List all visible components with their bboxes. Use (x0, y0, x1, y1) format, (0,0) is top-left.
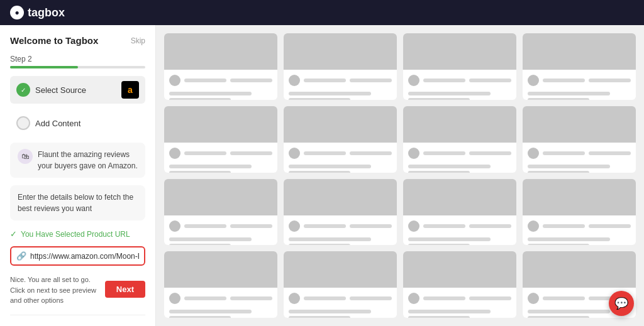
bottom-note: Nice. You are all set to go. Click on ne… (10, 274, 100, 306)
card-image (284, 33, 397, 70)
card-lines (169, 89, 272, 100)
content-card (164, 251, 277, 318)
card-line-3 (289, 171, 350, 173)
card-line-2 (408, 165, 491, 168)
chat-button[interactable]: 💬 (609, 291, 634, 316)
next-button[interactable]: Next (105, 281, 145, 298)
link-icon: 🔗 (16, 251, 26, 261)
card-avatar (169, 220, 180, 232)
step-add-content-label: Add Content (35, 119, 80, 128)
step-add-content[interactable]: Add Content (10, 111, 145, 135)
card-subtitle-line (350, 79, 392, 82)
card-lines (289, 89, 392, 100)
card-avatar (408, 293, 419, 304)
card-body (523, 143, 636, 173)
card-body (523, 215, 636, 246)
sidebar: Welcome to Tagbox Skip Step 2 ✓ Select S… (0, 25, 156, 326)
card-avatar (289, 293, 300, 304)
progress-bar-bg (10, 66, 145, 68)
card-avatar (528, 148, 539, 159)
card-title-line (543, 79, 585, 82)
card-avatar-row (289, 220, 392, 232)
card-avatar (169, 148, 180, 159)
card-subtitle-line (230, 296, 272, 300)
content-card (403, 106, 516, 173)
chat-icon: 💬 (614, 296, 628, 310)
skip-link[interactable]: Skip (131, 36, 145, 45)
top-navigation: ● tagbox (0, 0, 644, 25)
content-card (523, 33, 636, 100)
card-line-3 (169, 316, 231, 318)
card-line-3 (528, 171, 589, 173)
info-icon-1: 🛍 (18, 149, 33, 164)
card-title-line (304, 151, 346, 155)
card-title-line (423, 151, 465, 155)
card-title-line (543, 296, 585, 300)
card-avatar-row (289, 75, 392, 86)
step-circle-add-content (16, 116, 30, 130)
url-input[interactable] (30, 252, 139, 261)
card-image (523, 106, 636, 143)
card-title-line (423, 79, 465, 82)
card-line-2 (169, 310, 252, 313)
card-image (164, 179, 277, 215)
card-image (403, 179, 516, 215)
url-input-wrapper[interactable]: 🔗 (10, 246, 145, 266)
card-image (164, 106, 277, 143)
amazon-badge: a (121, 81, 139, 99)
card-body (284, 288, 397, 318)
card-avatar-row (408, 220, 511, 232)
card-line-2 (169, 237, 252, 241)
card-lines (169, 235, 272, 246)
progress-bar-fill (10, 66, 78, 68)
main-layout: Welcome to Tagbox Skip Step 2 ✓ Select S… (0, 25, 644, 326)
card-avatar (289, 220, 300, 232)
card-image (523, 33, 636, 70)
step-publish[interactable]: Publish (10, 324, 145, 327)
card-image (164, 33, 277, 70)
card-subtitle-line (469, 224, 511, 228)
card-lines (408, 162, 511, 173)
bottom-row: Nice. You are all set to go. Click on ne… (10, 273, 145, 306)
card-title-line (304, 296, 346, 300)
card-avatar-row (528, 220, 631, 232)
card-subtitle-line (350, 296, 392, 300)
card-subtitle-line (230, 79, 272, 82)
content-card (403, 251, 516, 318)
card-line-3 (169, 98, 231, 100)
card-line-2 (528, 165, 610, 168)
card-line-3 (408, 244, 470, 246)
card-lines (528, 89, 631, 100)
card-image (403, 33, 516, 70)
logo-text: tagbox (28, 6, 65, 19)
content-card (164, 106, 277, 173)
content-area (156, 25, 644, 326)
info-text-1: Flaunt the amazing reviews your buyers g… (38, 149, 138, 171)
card-avatar-row (169, 293, 272, 304)
card-avatar-row (528, 148, 631, 159)
card-lines (169, 307, 272, 318)
card-line-3 (408, 98, 470, 100)
card-lines (528, 235, 631, 246)
card-subtitle-line (350, 151, 392, 155)
card-line-2 (169, 165, 252, 168)
content-card (523, 106, 636, 173)
card-avatar-row (169, 75, 272, 86)
card-title-line (543, 151, 585, 155)
card-image (523, 179, 636, 215)
info-box-1: 🛍 Flaunt the amazing reviews your buyers… (10, 143, 145, 178)
content-card (284, 179, 397, 246)
card-lines (528, 162, 631, 173)
card-title-line (304, 224, 346, 228)
card-title-line (184, 79, 226, 82)
content-card (403, 179, 516, 246)
card-image (284, 106, 397, 143)
card-line-2 (528, 237, 610, 241)
divider (10, 315, 145, 315)
card-line-2 (289, 92, 371, 95)
card-body (164, 143, 277, 173)
card-title-line (184, 151, 226, 155)
card-lines (169, 162, 272, 173)
step-select-source[interactable]: ✓ Select Source a (10, 76, 145, 104)
card-image (284, 179, 397, 215)
